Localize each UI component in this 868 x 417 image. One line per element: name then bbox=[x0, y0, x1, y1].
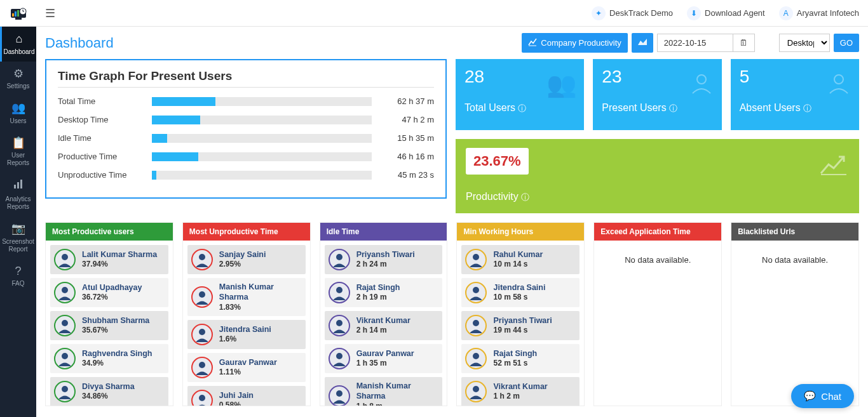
card-header: Min Working Hours bbox=[457, 223, 584, 241]
idle-time-card: Idle Time Priyansh Tiwari2 h 24 mRajat S… bbox=[320, 222, 448, 406]
view-select[interactable]: Desktop bbox=[779, 34, 830, 52]
list-item[interactable]: Rahul Kumar10 m 14 s bbox=[461, 245, 580, 274]
list-item[interactable]: Lalit Kumar Sharma37.94% bbox=[50, 245, 168, 274]
bar-row: Total Time62 h 37 m bbox=[58, 96, 434, 106]
hamburger-icon[interactable]: ☰ bbox=[45, 6, 55, 20]
sidebar-item-screenshot[interactable]: 📷 Screenshot Report bbox=[0, 216, 36, 259]
info-icon: ⓘ bbox=[518, 103, 526, 113]
list-item[interactable]: Priyansh Tiwari19 m 44 s bbox=[461, 311, 580, 340]
date-input[interactable] bbox=[657, 34, 733, 52]
user-name: Jitendra Saini bbox=[219, 324, 271, 334]
user-value: 1.11% bbox=[219, 367, 277, 378]
avatar bbox=[191, 390, 213, 406]
bar-row: Unproductive Time45 m 23 s bbox=[58, 170, 434, 180]
list-item[interactable]: Shubham Sharma35.67% bbox=[50, 311, 168, 340]
list-item[interactable]: Rajat Singh52 m 51 s bbox=[461, 344, 580, 373]
clipboard-icon: 📋 bbox=[11, 136, 25, 150]
list-item-text: Priyansh Tiwari19 m 44 s bbox=[493, 315, 552, 336]
list-item-text: Rahul Kumar10 m 14 s bbox=[493, 249, 543, 270]
time-graph-panel: Time Graph For Present Users Total Time6… bbox=[45, 59, 447, 199]
user-name: Atul Upadhayay bbox=[82, 282, 142, 293]
list-item[interactable]: Gaurav Panwar1 h 35 m bbox=[325, 344, 443, 373]
info-icon: ⓘ bbox=[803, 103, 811, 113]
calendar-icon: 🗓 bbox=[740, 38, 748, 48]
bar-row: Idle Time15 h 35 m bbox=[58, 133, 434, 143]
go-button[interactable]: GO bbox=[834, 34, 859, 52]
total-users-tile[interactable]: 28 👥 Total Users ⓘ bbox=[456, 59, 584, 130]
sidebar-item-user-reports[interactable]: 📋 User Reports bbox=[0, 131, 36, 173]
sidebar-item-dashboard[interactable]: ⌂ Dashboard bbox=[0, 27, 36, 62]
area-chart-button[interactable] bbox=[632, 33, 653, 53]
list-item[interactable]: Gaurav Panwar1.11% bbox=[187, 353, 306, 382]
bar-label: Unproductive Time bbox=[58, 170, 152, 180]
list-item[interactable]: Rajat Singh2 h 19 m bbox=[325, 278, 443, 307]
most-unproductive-card: Most Unproductive Time Sanjay Saini2.95%… bbox=[182, 222, 311, 406]
list-item[interactable]: Juhi Jain0.58% bbox=[187, 386, 306, 406]
sidebar-item-label: User Reports bbox=[1, 152, 35, 167]
list-item-text: Divya Sharma34.86% bbox=[82, 381, 135, 402]
company-link[interactable]: A Aryavrat Infotech bbox=[779, 6, 859, 20]
list-item[interactable]: Vikrant Kumar2 h 14 m bbox=[325, 311, 443, 340]
user-name: Jitendra Saini bbox=[493, 282, 545, 293]
company-productivity-button[interactable]: Company Productivity bbox=[522, 33, 627, 53]
sidebar-item-label: FAQ bbox=[11, 280, 24, 288]
list-item[interactable]: Raghvendra Singh34.9% bbox=[50, 344, 168, 373]
list-item[interactable]: Sanjay Saini2.95% bbox=[187, 245, 306, 274]
list-item[interactable]: Manish Kumar Sharma1 h 8 m bbox=[325, 377, 443, 406]
list-item-text: Raghvendra Singh34.9% bbox=[82, 348, 152, 369]
top-link-label: Aryavrat Infotech bbox=[797, 8, 859, 18]
avatar bbox=[465, 348, 487, 369]
svg-point-12 bbox=[62, 287, 68, 293]
most-productive-card: Most Productive users Lalit Kumar Sharma… bbox=[45, 222, 173, 406]
list-item[interactable]: Divya Sharma34.86% bbox=[50, 377, 168, 406]
gear-icon: ⚙ bbox=[13, 67, 24, 81]
avatar bbox=[329, 282, 350, 303]
demo-link[interactable]: ✦ DeskTrack Demo bbox=[592, 6, 673, 20]
user-name: Divya Sharma bbox=[82, 381, 135, 392]
list-item[interactable]: Jitendra Saini10 m 58 s bbox=[461, 278, 580, 307]
calendar-button[interactable]: 🗓 bbox=[733, 34, 755, 52]
list-item[interactable]: Priyansh Tiwari2 h 24 m bbox=[325, 245, 443, 274]
present-users-tile[interactable]: 23 Present Users ⓘ bbox=[593, 59, 721, 130]
list-item[interactable]: Jitendra Saini1.6% bbox=[187, 320, 306, 349]
svg-point-21 bbox=[336, 254, 342, 260]
user-name: Rajat Singh bbox=[493, 348, 537, 359]
info-icon: ⓘ bbox=[669, 103, 677, 113]
no-data-message: No data available. bbox=[736, 245, 854, 275]
avatar bbox=[329, 385, 350, 406]
chat-button[interactable]: 💬 Chat bbox=[791, 384, 854, 408]
svg-point-20 bbox=[199, 395, 205, 401]
user-value: 37.94% bbox=[82, 260, 157, 270]
svg-point-22 bbox=[336, 287, 342, 293]
avatar bbox=[191, 286, 213, 308]
list-item[interactable]: Vikrant Kumar1 h 2 m bbox=[461, 377, 580, 406]
bar-row: Productive Time46 h 16 m bbox=[58, 152, 434, 161]
absent-users-tile[interactable]: 5 Absent Users ⓘ bbox=[731, 59, 859, 130]
sidebar-item-analytics[interactable]: Analytics Reports bbox=[0, 173, 36, 216]
logo[interactable] bbox=[0, 0, 36, 27]
user-name: Priyansh Tiwari bbox=[356, 249, 415, 260]
avatar bbox=[465, 381, 487, 402]
lists-row: Most Productive users Lalit Kumar Sharma… bbox=[45, 222, 859, 406]
svg-point-19 bbox=[199, 362, 205, 368]
productivity-value: 23.67% bbox=[466, 148, 529, 175]
sidebar-item-faq[interactable]: ? FAQ bbox=[0, 259, 36, 294]
user-value: 2 h 14 m bbox=[356, 326, 410, 336]
sidebar-item-settings[interactable]: ⚙ Settings bbox=[0, 62, 36, 96]
tile-label: Present Users ⓘ bbox=[602, 102, 712, 114]
sidebar-item-label: Dashboard bbox=[4, 48, 35, 56]
avatar bbox=[54, 348, 76, 369]
sidebar-item-users[interactable]: 👥 Users bbox=[0, 96, 36, 131]
sidebar-item-label: Users bbox=[10, 117, 26, 125]
user-value: 1.83% bbox=[219, 303, 302, 313]
productivity-tile[interactable]: 23.67% Productivity ⓘ bbox=[456, 139, 859, 213]
user-name: Rahul Kumar bbox=[493, 249, 543, 260]
list-item[interactable]: Atul Upadhayay36.72% bbox=[50, 278, 168, 307]
bar-label: Desktop Time bbox=[58, 115, 152, 124]
list-item[interactable]: Manish Kumar Sharma1.83% bbox=[187, 278, 306, 316]
camera-icon: 📷 bbox=[11, 222, 25, 236]
avatar bbox=[465, 315, 487, 336]
sidebar-item-label: Screenshot Report bbox=[1, 238, 35, 253]
download-agent-link[interactable]: ⬇ Download Agent bbox=[687, 6, 765, 20]
avatar bbox=[54, 315, 76, 336]
